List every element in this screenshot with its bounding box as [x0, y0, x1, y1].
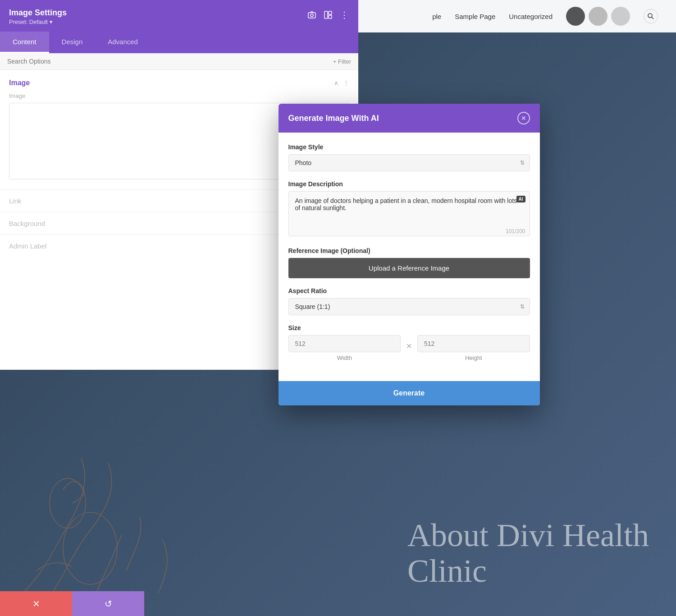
image-style-select-wrapper: Photo Illustration Digital Art Watercolo…: [288, 154, 530, 171]
aspect-ratio-select-wrapper: Square (1:1) Landscape (16:9) Portrait (…: [288, 298, 530, 315]
modal-body: Image Style Photo Illustration Digital A…: [279, 133, 540, 381]
image-description-label: Image Description: [288, 180, 530, 188]
image-style-label: Image Style: [288, 143, 530, 151]
width-group: Width: [288, 335, 401, 361]
image-style-group: Image Style Photo Illustration Digital A…: [288, 143, 530, 171]
aspect-ratio-group: Aspect Ratio Square (1:1) Landscape (16:…: [288, 287, 530, 315]
modal-title: Generate Image With AI: [288, 114, 379, 123]
modal-overlay: Generate Image With AI ✕ Image Style Pho…: [0, 0, 676, 616]
height-input[interactable]: [417, 335, 530, 352]
height-group: Height: [417, 335, 530, 361]
size-group: Size Width ✕ Height: [288, 324, 530, 361]
reference-image-label: Reference Image (Optional): [288, 247, 530, 254]
image-description-input[interactable]: An image of doctors helping a patient in…: [288, 191, 530, 236]
textarea-wrapper: An image of doctors helping a patient in…: [288, 191, 530, 238]
generate-button[interactable]: Generate: [279, 381, 540, 405]
ai-badge: AI: [516, 196, 525, 202]
size-label: Size: [288, 324, 530, 331]
aspect-ratio-label: Aspect Ratio: [288, 287, 530, 294]
size-row: Width ✕ Height: [288, 335, 530, 361]
image-style-select[interactable]: Photo Illustration Digital Art Watercolo…: [288, 154, 530, 171]
aspect-ratio-select[interactable]: Square (1:1) Landscape (16:9) Portrait (…: [288, 298, 530, 315]
width-label: Width: [288, 354, 401, 361]
modal-close-button[interactable]: ✕: [517, 112, 530, 124]
upload-reference-button[interactable]: Upload a Reference Image: [288, 258, 530, 278]
height-label: Height: [417, 354, 530, 361]
image-description-group: Image Description An image of doctors he…: [288, 180, 530, 238]
modal-footer: Generate: [279, 381, 540, 405]
char-count: 101/200: [506, 228, 525, 234]
modal-header: Generate Image With AI ✕: [279, 104, 540, 133]
size-x-separator: ✕: [406, 342, 412, 350]
generate-image-modal: Generate Image With AI ✕ Image Style Pho…: [279, 104, 540, 405]
width-input[interactable]: [288, 335, 401, 352]
reference-image-group: Reference Image (Optional) Upload a Refe…: [288, 247, 530, 278]
